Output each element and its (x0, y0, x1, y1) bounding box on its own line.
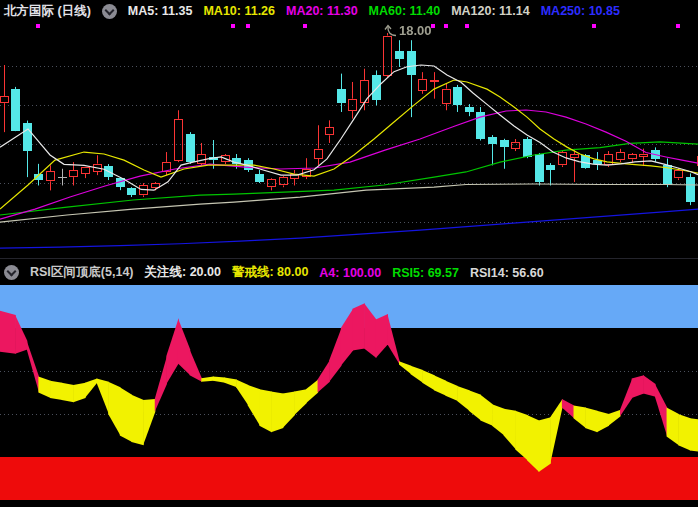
stock-title: 北方国际 (日线) (4, 3, 91, 20)
app-window: 北方国际 (日线) MA5: 11.35 MA10: 11.26 MA20: 1… (0, 0, 698, 507)
ma20-legend: MA20: 11.30 (286, 4, 358, 18)
main-chart-canvas[interactable] (0, 22, 698, 258)
rsi-chart-canvas[interactable] (0, 285, 698, 507)
ma60-legend: MA60: 11.40 (369, 4, 441, 18)
ma10-legend: MA10: 11.26 (203, 4, 275, 18)
rsi-a4-legend: A4: 100.00 (319, 266, 381, 280)
chevron-down-icon[interactable] (102, 4, 117, 19)
rsi-indicator-name[interactable]: RSI区间顶底(5,14) (30, 264, 134, 281)
high-price-arrow-icon (383, 24, 397, 38)
rsi5-legend: RSI5: 69.57 (392, 266, 459, 280)
rsi-attention-line-legend: 关注线: 20.00 (145, 264, 221, 281)
ma5-legend: MA5: 11.35 (128, 4, 193, 18)
ma250-legend: MA250: 10.85 (541, 4, 620, 18)
main-chart-header: 北方国际 (日线) MA5: 11.35 MA10: 11.26 MA20: 1… (0, 0, 698, 22)
rsi14-legend: RSI14: 56.60 (470, 266, 544, 280)
high-price-label: 18.00 (383, 23, 432, 38)
rsi-warning-line-legend: 警戒线: 80.00 (232, 264, 308, 281)
chevron-down-icon[interactable] (4, 265, 19, 280)
ma120-legend: MA120: 11.14 (451, 4, 530, 18)
high-price-text: 18.00 (399, 23, 432, 38)
rsi-panel-header: RSI区间顶底(5,14) 关注线: 20.00 警戒线: 80.00 A4: … (0, 258, 698, 286)
